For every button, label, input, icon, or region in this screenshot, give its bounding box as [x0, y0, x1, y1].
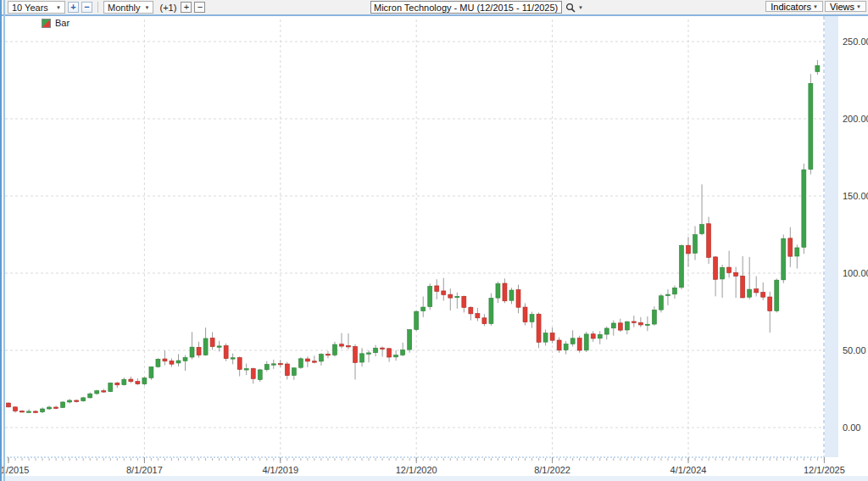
period-dropdown[interactable]: Monthly ▼: [103, 1, 153, 14]
toolbar-left-group: 10 Years ▼ + − Monthly ▼ (+1) + −: [8, 1, 205, 14]
window-left-border: [0, 0, 2, 481]
toolbar-separator: [97, 2, 98, 13]
svg-text:0.00: 0.00: [843, 422, 860, 433]
svg-text:4/1/2024: 4/1/2024: [670, 465, 707, 475]
indicators-button-label: Indicators: [771, 2, 811, 12]
period-minus-button[interactable]: −: [194, 2, 205, 13]
svg-text:8/1/2022: 8/1/2022: [534, 465, 570, 475]
chevron-down-icon: ▼: [856, 4, 861, 9]
svg-text:150.00: 150.00: [843, 191, 868, 201]
indicators-button[interactable]: Indicators ▼: [765, 1, 823, 12]
views-button-label: Views: [830, 2, 854, 12]
price-chart: 0.0050.00100.00150.00200.00250.0012/1/20…: [0, 16, 868, 481]
toolbar-center-group: ▼: [370, 1, 583, 14]
chevron-down-icon: ▼: [56, 5, 61, 10]
period-offset-label: (+1): [159, 3, 176, 13]
period-dropdown-value: Monthly: [108, 3, 141, 13]
chevron-down-icon: ▼: [813, 4, 818, 9]
range-zoom-out-button[interactable]: −: [81, 2, 92, 13]
chart-legend: Bar: [42, 18, 70, 28]
svg-text:200.00: 200.00: [843, 114, 868, 124]
svg-text:12/1/2020: 12/1/2020: [396, 465, 437, 475]
views-button[interactable]: Views ▼: [825, 1, 866, 12]
svg-text:250.00: 250.00: [843, 36, 868, 47]
svg-text:4/1/2019: 4/1/2019: [262, 465, 298, 475]
svg-text:50.00: 50.00: [843, 345, 866, 355]
range-zoom-in-button[interactable]: +: [68, 2, 79, 13]
svg-text:12/1/2025: 12/1/2025: [804, 465, 845, 475]
toolbar: 10 Years ▼ + − Monthly ▼ (+1) + − ▼: [0, 0, 868, 16]
symbol-search-input[interactable]: [370, 1, 562, 14]
legend-label: Bar: [55, 18, 70, 28]
range-dropdown[interactable]: 10 Years ▼: [8, 1, 65, 14]
search-button[interactable]: ▼: [565, 3, 583, 13]
svg-text:8/1/2017: 8/1/2017: [126, 465, 163, 475]
period-plus-button[interactable]: +: [181, 2, 192, 13]
bar-series-icon: [42, 19, 51, 28]
chart-plot-area[interactable]: 0.0050.00100.00150.00200.00250.0012/1/20…: [0, 16, 868, 481]
search-icon: [565, 3, 576, 13]
charting-app-window: 10 Years ▼ + − Monthly ▼ (+1) + − ▼: [0, 0, 868, 481]
toolbar-right-group: Indicators ▼ Views ▼: [765, 1, 866, 12]
svg-text:100.00: 100.00: [843, 268, 868, 278]
chevron-down-icon: ▼: [145, 5, 150, 10]
window-left-border-inner: [3, 0, 5, 481]
range-dropdown-value: 10 Years: [12, 3, 48, 13]
chevron-down-icon: ▼: [578, 5, 583, 10]
